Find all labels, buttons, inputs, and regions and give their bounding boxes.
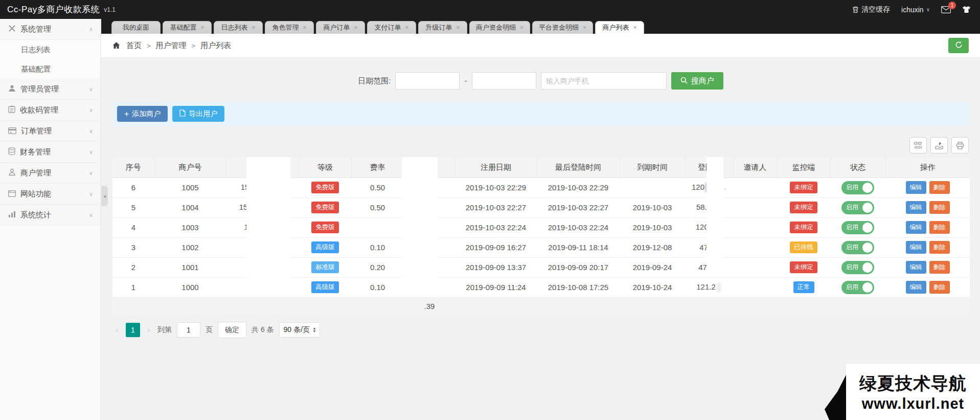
sidebar-subitem[interactable]: 基础配置 xyxy=(0,59,100,79)
cell-monitor: 已掉线 xyxy=(777,237,830,257)
edit-button[interactable]: 编辑 xyxy=(906,181,926,194)
close-icon[interactable]: × xyxy=(303,24,306,31)
sidebar-item-6[interactable]: 网站功能∨ xyxy=(0,184,100,205)
tab-1[interactable]: 基础配置× xyxy=(163,21,212,34)
toggle-knob xyxy=(862,262,873,273)
tab-3[interactable]: 角色管理× xyxy=(265,21,314,34)
cell-balance xyxy=(404,178,455,197)
tab-5[interactable]: 支付订单× xyxy=(367,21,416,34)
theme-button[interactable] xyxy=(962,6,971,13)
cell-phone: 15225 xyxy=(226,178,299,197)
status-label: 启用 xyxy=(846,183,858,192)
watermark-url: www.lxurl.net xyxy=(862,395,964,412)
edit-button[interactable]: 编辑 xyxy=(906,221,926,234)
breadcrumb-item-1[interactable]: 用户管理 xyxy=(156,41,187,51)
sidebar-item-label: 订单管理 xyxy=(21,126,52,136)
column-header: 操作 xyxy=(885,158,970,178)
close-icon[interactable]: × xyxy=(633,24,637,31)
edit-button[interactable]: 编辑 xyxy=(906,261,926,274)
sidebar-subitem[interactable]: 日志列表 xyxy=(0,40,100,59)
sidebar-item-label: 网站功能 xyxy=(20,189,51,199)
cell-rate xyxy=(351,217,404,237)
cell-last-login: 2019-09-09 20:17 xyxy=(537,257,620,277)
breadcrumb: 首页>用户管理>用户列表 xyxy=(112,41,231,51)
export-users-button[interactable]: 导出用户 xyxy=(172,106,224,122)
tab-label: 日志列表 xyxy=(221,23,247,32)
close-icon[interactable]: × xyxy=(405,24,408,31)
merchant-phone-input[interactable] xyxy=(541,72,667,90)
delete-button[interactable]: 删除 xyxy=(929,201,950,214)
date-range-label: 日期范围: xyxy=(358,76,391,86)
level-badge: 高级版 xyxy=(311,281,339,293)
page-size-select[interactable]: 90 条/页 ▴▾ xyxy=(279,322,320,338)
goto-page-input[interactable] xyxy=(177,322,200,338)
table-total-row: .39 xyxy=(112,297,970,315)
edit-button[interactable]: 编辑 xyxy=(906,241,926,254)
edit-button[interactable]: 编辑 xyxy=(906,201,926,214)
prev-page-button[interactable]: ‹ xyxy=(113,325,121,335)
sidebar-item-7[interactable]: 系统统计∨ xyxy=(0,205,100,226)
cell-seq: 2 xyxy=(112,257,154,277)
level-badge: 免费版 xyxy=(311,222,339,233)
mail-button[interactable]: 1 xyxy=(941,6,951,13)
tab-7[interactable]: 商户资金明细× xyxy=(469,21,530,34)
sidebar-item-3[interactable]: 订单管理∨ xyxy=(0,121,100,142)
export-table-button[interactable] xyxy=(930,137,948,153)
cell-inviter xyxy=(733,197,777,217)
delete-button[interactable]: 删除 xyxy=(929,221,950,234)
clear-cache-button[interactable]: 清空缓存 xyxy=(852,5,890,14)
status-toggle[interactable]: 启用 xyxy=(841,221,874,234)
page-number-button[interactable]: 1 xyxy=(126,323,140,337)
tab-6[interactable]: 升级订单× xyxy=(418,21,467,34)
status-toggle[interactable]: 启用 xyxy=(841,241,874,254)
columns-toggle-button[interactable] xyxy=(909,137,927,153)
close-icon[interactable]: × xyxy=(520,24,523,31)
refresh-button[interactable] xyxy=(948,38,969,53)
sidebar-item-5[interactable]: 商户管理∨ xyxy=(0,163,100,184)
search-merchant-button[interactable]: 搜商户 xyxy=(671,72,723,90)
sidebar-item-2[interactable]: 收款码管理∨ xyxy=(0,100,100,121)
sidebar-item-0[interactable]: 系统管理∧ xyxy=(0,19,100,40)
cell-level: 免费版 xyxy=(299,217,351,237)
tab-0[interactable]: 我的桌面 xyxy=(111,21,161,34)
cell-actions: 编辑删除 xyxy=(885,197,970,217)
monitor-badge: 正常 xyxy=(793,281,814,293)
tab-2[interactable]: 日志列表× xyxy=(214,21,263,34)
delete-button[interactable]: 删除 xyxy=(929,241,950,254)
sidebar-item-1[interactable]: 管理员管理∨ xyxy=(0,79,100,100)
status-toggle[interactable]: 启用 xyxy=(841,201,874,214)
tab-4[interactable]: 商户订单× xyxy=(316,21,365,34)
add-merchant-button[interactable]: + 添加商户 xyxy=(117,106,168,122)
delete-button[interactable]: 删除 xyxy=(929,261,950,274)
total-empty-cell xyxy=(830,297,885,315)
tab-9[interactable]: 商户列表× xyxy=(595,21,644,34)
chevron-down-icon: ∨ xyxy=(926,7,930,12)
close-icon[interactable]: × xyxy=(252,24,255,31)
next-page-button[interactable]: › xyxy=(145,325,152,335)
user-menu[interactable]: ichuxin ∨ xyxy=(901,6,930,14)
delete-button[interactable]: 删除 xyxy=(929,181,950,194)
status-toggle[interactable]: 启用 xyxy=(841,281,874,294)
close-icon[interactable]: × xyxy=(354,24,357,31)
goto-confirm-button[interactable]: 确定 xyxy=(218,322,246,338)
status-toggle[interactable]: 启用 xyxy=(841,181,874,194)
date-end-input[interactable] xyxy=(472,72,536,90)
breadcrumb-bar: 首页>用户管理>用户列表 xyxy=(101,34,980,58)
breadcrumb-item-0[interactable]: 首页 xyxy=(126,41,142,51)
print-button[interactable] xyxy=(951,137,969,153)
date-start-input[interactable] xyxy=(395,72,460,90)
app-title: Cc-Pay多商户收款系统 xyxy=(7,4,100,15)
close-icon[interactable]: × xyxy=(200,24,204,31)
cell-phone: 18 xyxy=(226,257,299,277)
tab-8[interactable]: 平台资金明细× xyxy=(532,21,593,34)
edit-button[interactable]: 编辑 xyxy=(906,281,926,294)
delete-button[interactable]: 删除 xyxy=(929,281,950,294)
close-icon[interactable]: × xyxy=(456,24,460,31)
cell-last-login: 2019-10-03 22:24 xyxy=(537,217,620,237)
sidebar-item-4[interactable]: 财务管理∨ xyxy=(0,142,100,163)
close-icon[interactable]: × xyxy=(583,24,586,31)
sidebar-collapse-handle[interactable]: ◂ xyxy=(101,186,108,206)
total-empty-cell xyxy=(885,297,970,315)
status-toggle[interactable]: 启用 xyxy=(841,261,874,274)
cell-merchant-id: 1005 xyxy=(154,178,226,197)
